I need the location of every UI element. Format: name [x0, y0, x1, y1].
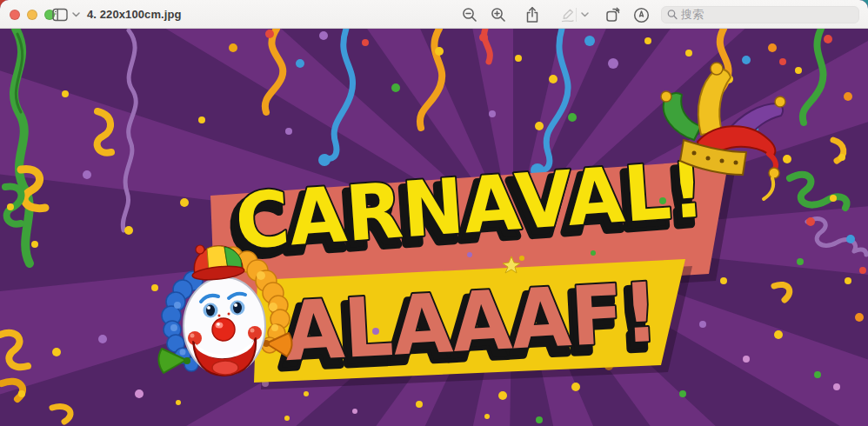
image-canvas[interactable]: CARNAVAL! CARNAVAL!: [0, 29, 868, 426]
search-icon: [667, 9, 678, 20]
chevron-down-icon: [581, 12, 589, 17]
search-input[interactable]: [681, 8, 853, 21]
close-button[interactable]: [10, 10, 20, 20]
sidebar-toggle-button[interactable]: [52, 5, 80, 23]
rotate-button[interactable]: [602, 5, 624, 24]
poster-image: CARNAVAL! CARNAVAL!: [0, 29, 868, 426]
window-title: 4. 220x100cm.jpg: [87, 0, 182, 29]
annotate-button[interactable]: [630, 5, 652, 24]
markup-pen-icon: [559, 7, 576, 23]
traffic-lights: [10, 10, 55, 20]
zoom-out-button[interactable]: [458, 5, 481, 24]
share-icon: [524, 6, 540, 23]
toolbar-separator: [576, 8, 577, 22]
annotate-circle-pen-icon: [633, 7, 650, 23]
share-button[interactable]: [521, 5, 544, 24]
zoom-out-icon: [462, 7, 477, 23]
markup-options-button[interactable]: [578, 5, 591, 24]
zoom-in-button[interactable]: [487, 5, 510, 24]
chevron-down-icon: [72, 12, 80, 17]
rotate-icon: [604, 6, 622, 23]
titlebar: 4. 220x100cm.jpg: [0, 0, 868, 29]
poster-line2: ALAAAF!: [283, 265, 661, 379]
search-field[interactable]: [661, 6, 859, 23]
zoom-in-icon: [491, 7, 506, 23]
preview-window: 4. 220x100cm.jpg: [0, 0, 868, 426]
sidebar-icon: [52, 8, 69, 22]
minimize-button[interactable]: [27, 10, 37, 20]
